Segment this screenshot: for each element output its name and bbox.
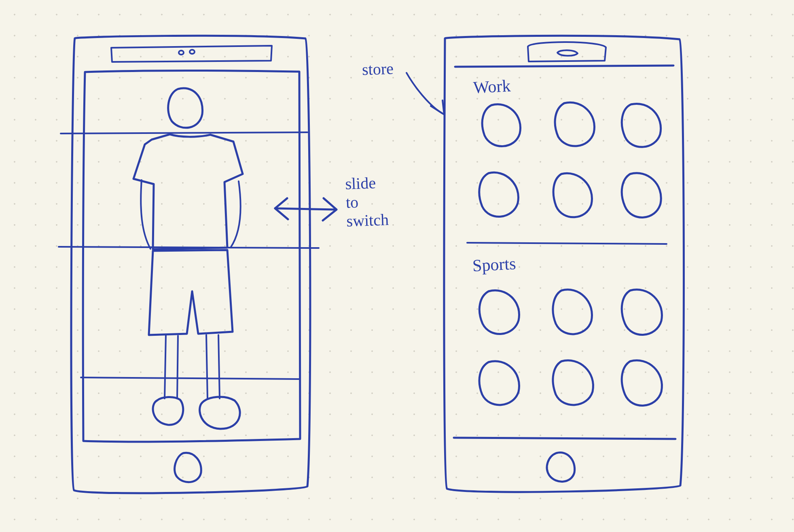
store-arrow-icon bbox=[407, 73, 444, 114]
svg-point-1 bbox=[190, 50, 195, 54]
phone-avatar bbox=[59, 36, 319, 493]
store-category-work-items[interactable] bbox=[479, 102, 661, 217]
slide-arrow-icon bbox=[275, 198, 337, 220]
svg-point-0 bbox=[179, 51, 184, 55]
store-category-sports-label: Sports bbox=[472, 254, 517, 276]
store-category-work-label: Work bbox=[473, 76, 511, 97]
annotation-store: store bbox=[362, 59, 394, 79]
store-category-sports-items[interactable] bbox=[479, 290, 662, 406]
annotation-slide: slide to switch bbox=[345, 173, 389, 231]
sketch-canvas bbox=[0, 0, 794, 532]
